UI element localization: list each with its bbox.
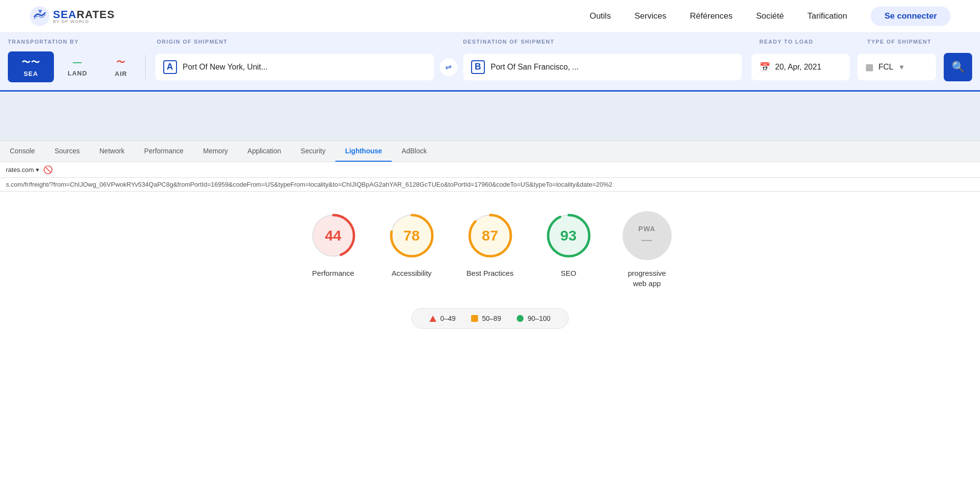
nav-societe[interactable]: Société (756, 11, 784, 21)
destination-section: B Port Of San Francisco, ... (463, 54, 742, 80)
sea-wave-icon: 〜〜 (22, 56, 40, 68)
swap-button[interactable]: ⇌ (440, 58, 457, 76)
legend-label-0-49: 0–49 (440, 315, 455, 322)
score-circle-1: 78 (387, 211, 436, 260)
label-destination: DESTINATION OF SHIPMENT (463, 39, 554, 45)
tab-application[interactable]: Application (238, 141, 291, 162)
legend-square-icon (471, 315, 478, 322)
transport-type-selector: 〜〜 SEA — LAND 〜 AIR (8, 51, 141, 82)
main-nav: Outils Services Références Société Tarif… (590, 6, 951, 26)
score-item-pwa: PWA — progressiveweb app (623, 211, 672, 289)
sea-label: SEA (24, 70, 38, 77)
logo: SEARATES BY DP WORLD (29, 6, 115, 26)
air-icon: 〜 (116, 56, 126, 68)
origin-value[interactable]: Port Of New York, Unit... (183, 63, 426, 72)
logo-icon (29, 6, 50, 26)
legend-label-50-89: 50–89 (482, 315, 501, 322)
legend-item-90-100: 90–100 (517, 315, 551, 322)
origin-section: A Port Of New York, Unit... (155, 54, 434, 80)
score-circle-0: 44 (309, 211, 358, 260)
date-value[interactable]: 20, Apr, 2021 (775, 63, 821, 72)
score-value-3: 93 (560, 227, 577, 244)
shipment-icon: ▦ (865, 62, 874, 73)
shipment-type-section: ▦ FCL ▼ (857, 54, 936, 80)
no-entry-icon: 🚫 (43, 165, 53, 174)
land-icon: — (73, 57, 82, 68)
land-label: LAND (68, 70, 87, 77)
chevron-down-icon: ▼ (898, 63, 905, 71)
score-value-2: 87 (482, 227, 498, 244)
tab-sources[interactable]: Sources (45, 141, 89, 162)
score-circle-2: 87 (466, 211, 515, 260)
scores-row: 44 Performance 78 Accessibility 87 Best … (309, 211, 672, 289)
gray-background-area (0, 92, 980, 141)
score-label-2: Best Practices (467, 268, 514, 278)
tab-security[interactable]: Security (291, 141, 335, 162)
tab-adblock[interactable]: AdBlock (392, 141, 436, 162)
destination-value[interactable]: Port Of San Francisco, ... (491, 63, 734, 72)
devtools-url-bar: rates.com ▾ 🚫 (0, 162, 980, 178)
search-button[interactable]: 🔍 (944, 53, 972, 81)
label-ready-to-load: READY TO LOAD (759, 39, 813, 45)
nav-services[interactable]: Services (634, 11, 666, 21)
label-type-of-shipment: TYPE OF SHIPMENT (867, 39, 931, 45)
search-section: TRANSPORTATION BY ORIGIN OF SHIPMENT DES… (0, 33, 980, 92)
devtools-tabs: Console Sources Network Performance Memo… (0, 141, 980, 162)
legend: 0–49 50–89 90–100 (411, 308, 569, 329)
pwa-dash: — (642, 234, 653, 246)
search-icon: 🔍 (952, 61, 965, 73)
score-label-3: SEO (561, 268, 577, 278)
pwa-text: PWA (638, 225, 655, 233)
logo-brand: SEARATES BY DP WORLD (53, 8, 115, 24)
air-label: AIR (115, 70, 127, 77)
pwa-label: progressiveweb app (628, 268, 666, 289)
score-item-performance: 44 Performance (309, 211, 358, 278)
label-transport-by: TRANSPORTATION BY (8, 39, 79, 45)
score-item-seo: 93 SEO (544, 211, 593, 278)
login-button[interactable]: Se connecter (871, 6, 951, 26)
swap-icon: ⇌ (445, 62, 452, 72)
tab-performance[interactable]: Performance (134, 141, 193, 162)
legend-item-0-49: 0–49 (429, 315, 455, 322)
tab-memory[interactable]: Memory (193, 141, 238, 162)
lighthouse-content: 44 Performance 78 Accessibility 87 Best … (0, 192, 980, 348)
legend-triangle-icon (429, 315, 436, 322)
score-item-best-practices: 87 Best Practices (466, 211, 515, 278)
tab-lighthouse[interactable]: Lighthouse (335, 141, 392, 162)
nav-references[interactable]: Références (690, 11, 732, 21)
devtools-panel: Console Sources Network Performance Memo… (0, 141, 980, 348)
legend-item-50-89: 50–89 (471, 315, 501, 322)
score-item-accessibility: 78 Accessibility (387, 211, 436, 278)
origin-point-label: A (163, 60, 177, 74)
nav-outils[interactable]: Outils (590, 11, 611, 21)
shipment-type-value[interactable]: FCL (879, 63, 893, 72)
legend-label-90-100: 90–100 (528, 315, 551, 322)
transport-air-button[interactable]: 〜 AIR (101, 51, 141, 82)
destination-point-label: B (471, 60, 485, 74)
url-domain[interactable]: rates.com ▾ (6, 166, 39, 173)
calendar-icon: 📅 (759, 62, 770, 73)
transport-land-button[interactable]: — LAND (54, 52, 101, 82)
url-full: s.com/fr/freight/?from=ChIJOwg_06VPwokRY… (0, 178, 980, 192)
date-section: 📅 20, Apr, 2021 (752, 54, 850, 80)
score-label-1: Accessibility (392, 268, 432, 278)
divider (145, 55, 146, 79)
tab-console[interactable]: Console (0, 141, 45, 162)
label-origin: ORIGIN OF SHIPMENT (157, 39, 227, 45)
score-value-0: 44 (325, 227, 341, 244)
legend-dot-icon (517, 315, 524, 322)
score-value-1: 78 (403, 227, 420, 244)
score-label-0: Performance (312, 268, 354, 278)
pwa-circle: PWA — (623, 211, 672, 260)
tab-network[interactable]: Network (90, 141, 134, 162)
header: SEARATES BY DP WORLD Outils Services Réf… (0, 0, 980, 33)
nav-tarification[interactable]: Tarification (807, 11, 847, 21)
transport-sea-button[interactable]: 〜〜 SEA (8, 51, 54, 82)
score-circle-3: 93 (544, 211, 593, 260)
